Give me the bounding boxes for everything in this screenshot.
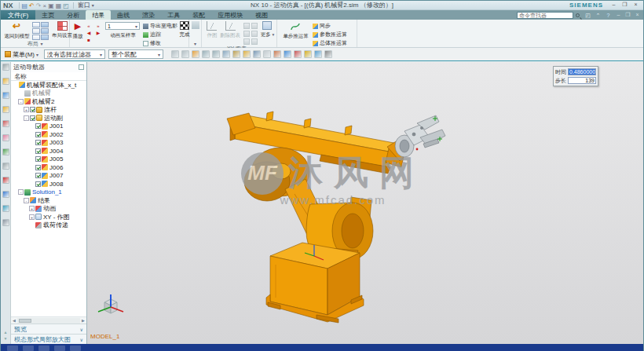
scroll-right-icon[interactable]: ▶	[80, 318, 86, 323]
go-to-end-icon[interactable]: »	[94, 23, 102, 29]
doc-close-button[interactable]: ×	[633, 12, 642, 19]
paste-icon[interactable]: ▦	[56, 2, 62, 9]
doc-minimize-button[interactable]: –	[614, 12, 623, 19]
constraint-navigator-icon[interactable]	[2, 106, 9, 113]
checkbox[interactable]	[35, 132, 41, 137]
preview-section-header[interactable]: 预览 ∨	[11, 324, 86, 334]
selection-scope-select[interactable]: 整个装配 ▾	[108, 49, 163, 59]
pie-icon[interactable]	[304, 50, 312, 58]
info-icon[interactable]	[2, 191, 9, 198]
command-finder-input[interactable]	[517, 12, 573, 19]
tree-row-Solution_1[interactable]: -Solution_1	[11, 188, 86, 197]
mode-shape-detail-section-header[interactable]: 模态形式局部放大图 ∨	[11, 334, 86, 344]
chevron-down-icon[interactable]: ▾	[194, 41, 196, 46]
tree-row-机械臂2[interactable]: -机械臂2	[11, 97, 86, 106]
circle-icon[interactable]	[284, 50, 291, 58]
play-button[interactable]: ▶ 播放	[72, 21, 83, 40]
step-back-icon[interactable]: ◀	[85, 30, 93, 36]
image-capture-icon[interactable]	[192, 50, 199, 58]
checkbox[interactable]	[35, 156, 41, 162]
tree-row-机械臂[interactable]: 机械臂	[11, 90, 86, 98]
tree-row-J006[interactable]: J006	[11, 163, 86, 172]
tree-row-J008[interactable]: J008	[11, 180, 86, 188]
fit-view-icon[interactable]	[273, 50, 281, 58]
rotate-view-icon[interactable]	[212, 50, 220, 58]
checkbox[interactable]	[35, 140, 41, 145]
switch-window-icon[interactable]: ◰	[63, 2, 69, 9]
tree-row-J003[interactable]: J003	[11, 139, 86, 148]
edit-button[interactable]: 修改	[143, 39, 177, 47]
tool-palette-icon[interactable]	[2, 78, 9, 85]
step-forward-icon[interactable]: ▶	[94, 30, 102, 36]
dependencies-icon[interactable]	[2, 163, 9, 170]
taskbar-item[interactable]	[54, 346, 65, 351]
xy-plot-button[interactable]: 作图	[204, 21, 219, 39]
param-run-button[interactable]: 参数推运算	[313, 31, 347, 38]
selection-filter-select[interactable]: 没有选择过滤器 ▾	[44, 49, 105, 59]
expand-icon[interactable]: +	[29, 206, 35, 211]
tab-分析[interactable]: 分析	[60, 10, 86, 20]
tree-row-运动副[interactable]: -运动副	[11, 114, 86, 122]
window-menu-button[interactable]: 窗口	[78, 1, 90, 9]
pan-view-icon[interactable]	[222, 50, 230, 58]
assembly-navigator-icon[interactable]	[2, 92, 9, 99]
history-icon[interactable]	[2, 219, 9, 226]
checkbox[interactable]	[35, 148, 41, 154]
tab-曲线[interactable]: 曲线	[111, 10, 136, 20]
shaded-view-icon[interactable]	[243, 50, 251, 58]
unpin-panel-icon[interactable]	[79, 64, 84, 70]
chevron-down-icon[interactable]: ▾	[92, 2, 94, 8]
minimize-ribbon-icon[interactable]: ⌃	[595, 12, 602, 19]
more-button[interactable]: 更多 ▾	[260, 21, 274, 38]
checkbox[interactable]	[35, 123, 41, 129]
copy-icon[interactable]: ▣	[48, 2, 54, 9]
trace-button[interactable]: 追踪	[143, 31, 177, 38]
tree-row-连杆[interactable]: +连杆	[11, 106, 86, 115]
expand-icon[interactable]: +	[29, 214, 35, 220]
name-column-header[interactable]: 名称	[11, 72, 86, 81]
hd3d-tools-icon[interactable]	[2, 148, 9, 155]
reuse-library-icon[interactable]	[2, 134, 9, 141]
sphere-icon[interactable]	[314, 50, 322, 58]
tree-row-XY - 作图[interactable]: +XY - 作图	[11, 213, 86, 221]
checkbox[interactable]	[30, 115, 35, 121]
tree-row-J001[interactable]: J001	[11, 122, 86, 131]
panel-collapse-arrows[interactable]: ▲▼	[4, 330, 8, 341]
collapse-icon[interactable]: -	[24, 198, 29, 203]
touch-mode-icon[interactable]	[181, 50, 189, 58]
collapse-icon[interactable]: -	[18, 99, 24, 104]
cut-icon[interactable]: ×	[42, 2, 46, 9]
taskbar-item[interactable]	[7, 346, 18, 351]
taskbar-item[interactable]	[38, 346, 49, 351]
part-navigator-icon[interactable]	[2, 120, 9, 127]
tab-装配[interactable]: 装配	[186, 10, 211, 20]
tree-row-结果[interactable]: -结果	[11, 196, 86, 205]
help-icon[interactable]: ?	[605, 12, 612, 19]
export-movie-button[interactable]: 导出至电影	[143, 22, 177, 30]
step-input[interactable]: 139	[568, 77, 596, 84]
more-tools-icon[interactable]	[324, 50, 332, 58]
redo-icon[interactable]: ↷	[36, 2, 42, 9]
checkbox[interactable]	[35, 173, 41, 178]
collapse-icon[interactable]: -	[18, 189, 24, 195]
web-browser-icon[interactable]	[2, 205, 9, 212]
grid-icon[interactable]	[294, 50, 302, 58]
undo-icon[interactable]: ↶	[29, 2, 35, 9]
checkbox[interactable]	[35, 165, 41, 170]
tree-row-J002[interactable]: J002	[11, 130, 86, 139]
tab-工具[interactable]: 工具	[161, 10, 186, 20]
books-icon[interactable]	[2, 177, 9, 184]
menu-button[interactable]: 菜单(M) ▾	[2, 50, 41, 59]
collapse-icon[interactable]: -	[24, 115, 29, 121]
animation-sample-rate-select[interactable]: 1 ▾	[105, 22, 140, 30]
tab-结果[interactable]: 结果	[86, 10, 111, 20]
robot-arm-model[interactable]	[87, 62, 643, 344]
new-window-icon[interactable]	[263, 50, 271, 58]
tab-主页[interactable]: 主页	[35, 10, 60, 20]
windows-taskbar[interactable]	[1, 344, 643, 351]
tab-渲染[interactable]: 渲染	[136, 10, 161, 20]
close-button[interactable]: ×	[631, 2, 641, 9]
checkbox[interactable]	[30, 107, 35, 112]
full-screen-icon[interactable]: ◰	[584, 12, 591, 19]
single-step-run-button[interactable]: 单步推运算	[280, 21, 311, 40]
